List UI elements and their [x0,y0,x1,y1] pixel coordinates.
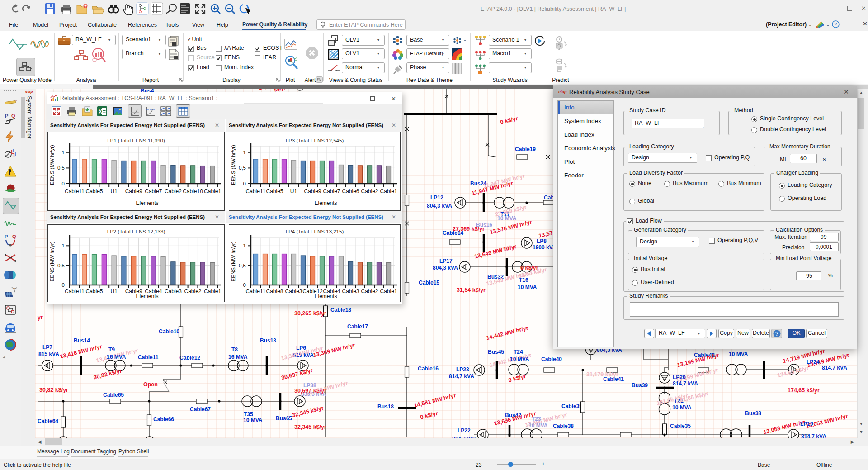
svg-text:?: ? [834,22,837,27]
svg-text:U1: U1 [110,288,118,294]
svg-text:Open: Open [143,381,158,388]
svg-text:814,7 kVA: 814,7 kVA [801,433,826,438]
svg-text:30,82 k$/yr: 30,82 k$/yr [93,368,123,381]
svg-text:LP19: LP19 [800,421,813,427]
svg-text:14,442 MW hr/yr: 14,442 MW hr/yr [486,325,529,342]
svg-text:814,7 kVA: 814,7 kVA [822,365,847,371]
svg-text:U1: U1 [110,188,118,195]
svg-text:1: 1 [243,243,246,248]
svg-text:Bus38: Bus38 [745,410,761,417]
svg-text:Cable38: Cable38 [553,423,574,429]
svg-text:T23: T23 [532,416,541,422]
svg-text:31,54 k$/yr: 31,54 k$/yr [457,287,486,293]
svg-text:Bus45: Bus45 [488,349,504,355]
svg-text:?: ? [775,331,778,337]
svg-text:13,649 MW hr/yr: 13,649 MW hr/yr [474,243,517,260]
svg-text:30,82 k$/yr: 30,82 k$/yr [39,387,68,393]
svg-text:Cable11: Cable11 [246,188,266,195]
svg-text:14,581 MW hr/yr: 14,581 MW hr/yr [413,392,457,409]
svg-text:815 kVA: 815 kVA [38,351,59,357]
svg-text:Cable9: Cable9 [304,188,321,195]
svg-text:T8: T8 [231,347,238,353]
svg-text:Bus18: Bus18 [377,404,394,410]
svg-text:T24: T24 [514,349,523,355]
svg-text:Cable40: Cable40 [541,356,562,362]
svg-text:32,345 k$/yr: 32,345 k$/yr [294,424,326,430]
svg-text:Cable2: Cable2 [184,288,201,294]
svg-text:LP8: LP8 [537,238,547,244]
svg-text:1: 1 [62,150,65,155]
svg-text:Cable11: Cable11 [138,354,159,361]
svg-text:27,369 k$/yr: 27,369 k$/yr [453,226,485,232]
svg-text:LP4 (Total EENS 13,215): LP4 (Total EENS 13,215) [286,229,344,234]
svg-text:Cable2: Cable2 [165,188,182,195]
svg-text:0: 0 [243,181,246,186]
svg-text:0,5: 0,5 [239,165,246,171]
svg-text:0,5: 0,5 [57,165,65,171]
svg-text:X: X [99,109,102,115]
svg-text:804,3 kVA: 804,3 kVA [433,265,458,271]
svg-text:Cable41: Cable41 [603,376,624,382]
svg-text:0: 0 [62,181,65,186]
svg-text:10 MVA: 10 MVA [510,356,529,362]
svg-text:Cable15: Cable15 [419,280,439,286]
svg-text:10 MVA: 10 MVA [528,423,548,429]
svg-text:Cable35: Cable35 [670,423,691,429]
svg-text:Cable2: Cable2 [361,188,378,195]
svg-text:Cable17: Cable17 [347,323,368,330]
svg-text:Cable1: Cable1 [380,288,397,294]
svg-text:Elements: Elements [314,293,337,299]
svg-text:174,65 k$/yr: 174,65 k$/yr [788,387,820,394]
svg-text:1: 1 [243,150,246,155]
svg-text:13,053 MW hr/yr: 13,053 MW hr/yr [763,419,806,436]
svg-text:LP23: LP23 [456,366,469,373]
svg-text:Bus65: Bus65 [276,415,292,422]
svg-text:Cable10: Cable10 [159,328,179,335]
svg-text:Cable65: Cable65 [103,392,124,398]
svg-text:Q: Q [12,234,16,239]
svg-text:Cable11: Cable11 [65,188,85,195]
svg-text:LP2 (Total EENS 12,133): LP2 (Total EENS 12,133) [107,229,165,234]
svg-text:Cable12: Cable12 [179,355,200,361]
svg-text:814,7 kVA: 814,7 kVA [449,373,474,380]
svg-text:Elements: Elements [314,200,337,206]
svg-text:Cable11: Cable11 [246,288,266,294]
svg-text:Cable16: Cable16 [418,366,439,372]
svg-text:LP20: LP20 [673,374,686,380]
svg-text:1: 1 [62,243,65,248]
svg-text:U1: U1 [290,188,297,195]
svg-text:P: P [5,113,8,119]
svg-text:10 MVA: 10 MVA [729,351,748,357]
svg-text:0 k$/yr: 0 k$/yr [500,115,519,126]
svg-text:EENS (MW hr/yr): EENS (MW hr/yr) [49,145,55,185]
svg-text:LP7: LP7 [42,344,52,351]
svg-text:Cable19: Cable19 [515,146,536,152]
svg-text:Elements: Elements [136,293,158,299]
svg-text:Cable8: Cable8 [266,288,283,294]
svg-text:Cable1: Cable1 [204,188,221,195]
svg-text:Cable67: Cable67 [190,406,211,413]
svg-text:Cable2: Cable2 [361,288,378,294]
svg-text:LP1 (Total EENS 11,390): LP1 (Total EENS 11,390) [107,138,165,143]
svg-text:Cable11: Cable11 [65,288,85,294]
svg-text:30,697 k$/yr: 30,697 k$/yr [281,367,313,381]
svg-text:0: 0 [62,282,65,288]
svg-text:814,7 kVA: 814,7 kVA [673,380,698,387]
svg-text:0,5: 0,5 [57,263,65,268]
svg-text:0: 0 [243,282,246,288]
svg-text:LP12: LP12 [430,195,443,201]
svg-text:0 k$/yr: 0 k$/yr [508,373,527,384]
svg-text:LP17: LP17 [439,258,453,264]
svg-text:Cable18: Cable18 [330,307,351,313]
svg-text:804,3 kVA: 804,3 kVA [427,203,452,209]
svg-text:Q: Q [11,113,15,119]
svg-text:Cable6: Cable6 [342,188,359,195]
svg-text:LP24: LP24 [807,359,820,365]
svg-text:32,345 k$/yr: 32,345 k$/yr [292,405,324,419]
svg-text:10 MVA: 10 MVA [518,284,537,290]
svg-text:16 MVA: 16 MVA [228,354,248,360]
svg-text:0,5: 0,5 [239,263,246,268]
svg-text:Cable9: Cable9 [125,188,142,195]
svg-text:0 k$/yr: 0 k$/yr [420,410,439,421]
svg-text:Cable5: Cable5 [266,188,283,195]
